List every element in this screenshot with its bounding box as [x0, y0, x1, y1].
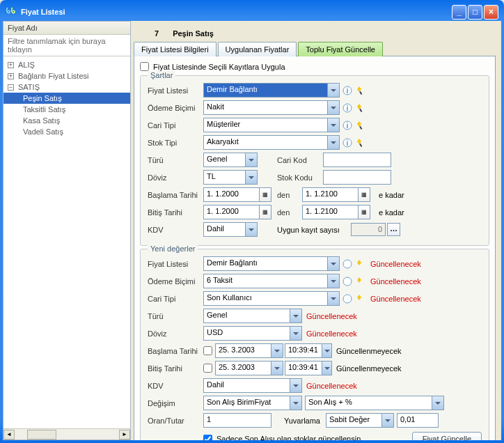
yeni-odeme-combo[interactable]: 6 Taksit — [203, 274, 340, 288]
tree-view[interactable]: +ALIŞ+Bağlantı Fiyat Listesi−SATIŞPeşin … — [3, 56, 130, 428]
search-icon[interactable] — [354, 291, 366, 306]
info-icon[interactable]: i — [341, 135, 353, 150]
calendar-icon[interactable]: ▦ — [358, 188, 370, 201]
tree-node[interactable]: Peşin Satış — [3, 93, 130, 104]
sartlar-stokkodu-input[interactable] — [323, 170, 391, 185]
close-button[interactable]: × — [484, 5, 498, 20]
chevron-down-icon[interactable] — [327, 118, 339, 132]
status-label: Güncellenecek — [370, 277, 421, 286]
chevron-down-icon[interactable] — [290, 327, 301, 340]
ellipsis-button[interactable]: … — [387, 223, 400, 236]
chevron-down-icon[interactable] — [432, 396, 443, 410]
scroll-left-button[interactable]: ◄ — [3, 430, 15, 440]
sadece-checkbox[interactable] — [203, 435, 212, 441]
h-scrollbar[interactable]: ◄ ► — [3, 428, 130, 440]
apply-selected-checkbox[interactable] — [140, 62, 149, 71]
status-label: Güncellenecek — [306, 329, 357, 338]
scroll-right-button[interactable]: ► — [119, 430, 130, 440]
yeni-caritipi-combo[interactable]: Son Kullanıcı — [203, 291, 340, 306]
chevron-down-icon[interactable] — [271, 344, 283, 357]
info-icon[interactable]: i — [341, 118, 353, 132]
spinner-icon[interactable] — [322, 362, 331, 375]
search-icon[interactable] — [354, 100, 366, 115]
tab[interactable]: Toplu Fiyat Güncelle — [298, 42, 383, 56]
sartlar-carikod-input[interactable] — [323, 153, 391, 167]
search-icon[interactable] — [354, 256, 366, 271]
yeni-baslama-date[interactable]: 25. 3.2003 — [215, 343, 283, 358]
sidebar-filter[interactable]: Filtre tanımlamak için buraya tıklayın — [3, 35, 130, 56]
chevron-down-icon[interactable] — [327, 257, 339, 270]
sartlar-bitis-to-date[interactable]: 1. 1.2100▦ — [302, 205, 370, 219]
tab[interactable]: Uygulanan Fiyatlar — [218, 42, 297, 56]
sartlar-bitis-date[interactable]: 1. 1.2000▦ — [203, 205, 271, 219]
yeni-kdv-combo[interactable]: Dahil — [203, 378, 302, 393]
sartlar-fiyatlistesi-combo[interactable]: Demir Bağlantı — [203, 83, 340, 98]
calendar-icon[interactable]: ▦ — [259, 205, 271, 219]
collapse-icon[interactable]: − — [8, 84, 14, 91]
chevron-down-icon[interactable] — [245, 171, 257, 184]
minimize-button[interactable]: _ — [452, 5, 466, 20]
tree-node[interactable]: +Bağlantı Fiyat Listesi — [3, 70, 130, 81]
yeni-yuvarlama-combo[interactable]: Sabit Değer — [326, 413, 394, 428]
search-icon[interactable] — [354, 118, 366, 132]
yeni-turu-combo[interactable]: Genel — [203, 309, 302, 323]
sartlar-turu-combo[interactable]: Genel — [203, 153, 258, 167]
calendar-icon[interactable]: ▦ — [358, 205, 370, 219]
sartlar-baslama-to-date[interactable]: 1. 1.2100▦ — [302, 187, 370, 202]
tab[interactable]: Fiyat Listesi Bilgileri — [134, 42, 216, 56]
info-icon[interactable] — [341, 256, 353, 271]
expand-icon[interactable]: + — [8, 62, 14, 68]
scroll-thumb[interactable] — [27, 430, 56, 440]
sartlar-odeme-combo[interactable]: Nakit — [203, 100, 340, 115]
search-icon[interactable] — [354, 83, 366, 98]
sartlar-doviz-combo[interactable]: TL — [203, 170, 258, 185]
sartlar-caritipi-combo[interactable]: Müşteriler — [203, 118, 340, 132]
tree-node-label: Peşin Satış — [23, 94, 62, 102]
svg-point-12 — [343, 260, 352, 268]
yeni-oran-input[interactable]: 1 — [203, 413, 271, 428]
chevron-down-icon[interactable] — [327, 292, 339, 305]
chevron-down-icon[interactable] — [381, 414, 393, 427]
chevron-down-icon[interactable] — [290, 379, 301, 392]
sartlar-stoktipi-combo[interactable]: Akaryakıt — [203, 135, 340, 150]
chevron-down-icon[interactable] — [290, 396, 301, 410]
yeni-yuvarlama-value[interactable]: 0,01 — [397, 413, 439, 428]
calendar-icon[interactable]: ▦ — [259, 188, 271, 201]
chevron-down-icon[interactable] — [245, 153, 257, 166]
maximize-button[interactable]: □ — [468, 5, 482, 20]
chevron-down-icon[interactable] — [327, 101, 339, 114]
expand-icon[interactable]: + — [8, 73, 14, 79]
tree-node[interactable]: −SATIŞ — [3, 81, 130, 93]
yeni-bitis-date[interactable]: 25. 3.2003 — [215, 361, 283, 375]
search-icon[interactable] — [354, 135, 366, 150]
yeni-degisim2-combo[interactable]: Son Alış + % — [305, 396, 444, 410]
yeni-baslama-checkbox[interactable] — [203, 346, 212, 355]
yeni-bitis-checkbox[interactable] — [203, 364, 212, 373]
tree-node[interactable]: Vadeli Satış — [3, 126, 130, 137]
info-icon[interactable]: i — [341, 100, 353, 115]
chevron-down-icon[interactable] — [327, 274, 339, 288]
yeni-doviz-combo[interactable]: USD — [203, 326, 302, 341]
chevron-down-icon[interactable] — [327, 84, 339, 97]
info-icon[interactable] — [341, 291, 353, 306]
chevron-down-icon[interactable] — [271, 362, 283, 375]
sartlar-baslama-date[interactable]: 1. 1.2000▦ — [203, 187, 271, 202]
svg-rect-5 — [359, 108, 362, 111]
info-icon[interactable] — [341, 274, 353, 288]
tree-node[interactable]: +ALIŞ — [3, 59, 130, 70]
yeni-bitis-time[interactable]: 10:39:41 — [285, 361, 332, 375]
tree-node[interactable]: Kasa Satış — [3, 115, 130, 126]
status-label: Güncellenecek — [370, 295, 421, 303]
chevron-down-icon[interactable] — [245, 223, 257, 236]
yeni-baslama-time[interactable]: 10:39:41 — [285, 343, 332, 358]
sartlar-kdv-combo[interactable]: Dahil — [203, 222, 258, 237]
yeni-fiyatlistesi-combo[interactable]: Demir Bağlantı — [203, 256, 340, 271]
search-icon[interactable] — [354, 274, 366, 288]
fiyat-guncelle-button[interactable]: Fiyat Güncelle — [412, 432, 482, 440]
tree-node[interactable]: Taksitli Satış — [3, 104, 130, 115]
chevron-down-icon[interactable] — [327, 136, 339, 149]
info-icon[interactable]: i — [341, 83, 353, 98]
spinner-icon[interactable] — [322, 344, 331, 357]
chevron-down-icon[interactable] — [290, 309, 301, 322]
yeni-degisim1-combo[interactable]: Son Alış BirimFiyat — [203, 396, 302, 410]
